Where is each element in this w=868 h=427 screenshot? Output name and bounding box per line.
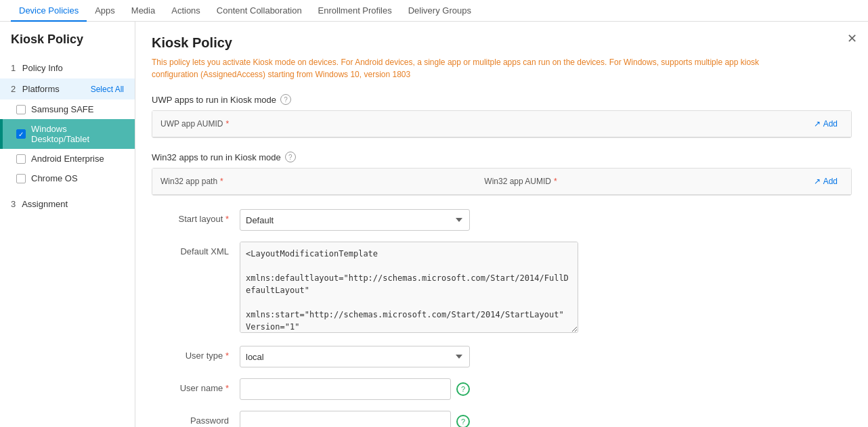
win32-col1-label: Win32 app path [160,177,217,186]
android-enterprise-checkbox[interactable] [16,154,26,164]
win32-col1-required: * [220,177,223,186]
user-name-input[interactable] [240,378,451,400]
step-2-num: 2 [11,84,16,94]
chrome-os-label: Chrome OS [31,173,78,183]
user-name-row: User name * ? [152,378,852,400]
win32-col2-label: Win32 app AUMID [484,177,551,186]
sidebar: Kiosk Policy 1 Policy Info 2 Platforms S… [0,22,135,427]
user-name-info-icon[interactable]: ? [456,382,470,396]
user-type-row: User type * local domain [152,346,852,367]
close-button[interactable]: ✕ [847,32,857,45]
password-info-icon[interactable]: ? [456,415,470,427]
sidebar-item-policy-info[interactable]: 1 Policy Info [0,58,135,78]
uwp-table: UWP app AUMID * ↗ Add [152,110,852,138]
tab-device-policies[interactable]: Device Policies [11,0,87,22]
step-1-num: 1 [11,63,16,73]
step-3-label: Assignment [22,199,68,209]
win32-add-button[interactable]: ↗ Add [808,174,843,189]
user-type-label: User type * [152,346,240,361]
password-label: Password [152,411,240,426]
platform-chrome-os[interactable]: Chrome OS [0,168,135,188]
default-xml-label: Default XML [152,242,240,256]
tab-content-collaboration[interactable]: Content Collaboration [209,0,310,22]
default-xml-control: <LayoutModificationTemplate xmlns:defaul… [240,242,592,335]
win32-table-header: Win32 app path * Win32 app AUMID * ↗ Add [152,168,851,195]
win32-add-icon: ↗ [814,177,821,186]
add-icon: ↗ [814,119,821,129]
default-xml-textarea[interactable]: <LayoutModificationTemplate xmlns:defaul… [240,242,578,333]
win32-table: Win32 app path * Win32 app AUMID * ↗ Add [152,168,852,196]
platform-windows-desktop[interactable]: Windows Desktop/Tablet [0,119,135,149]
win32-help-icon[interactable]: ? [285,152,296,162]
samsung-safe-checkbox[interactable] [16,105,26,114]
user-name-control: ? [240,378,470,400]
tab-actions[interactable]: Actions [163,0,209,22]
samsung-safe-label: Samsung SAFE [31,104,94,114]
win32-col2: Win32 app AUMID * [484,177,808,186]
select-all-link[interactable]: Select All [91,85,124,94]
start-layout-control: Default Custom [240,209,470,231]
step-3-num: 3 [11,199,16,209]
platform-samsung-safe[interactable]: Samsung SAFE [0,99,135,119]
windows-desktop-label: Windows Desktop/Tablet [31,124,124,144]
win32-col2-required: * [554,177,557,186]
password-row: Password ? [152,411,852,427]
user-type-select[interactable]: local domain [240,346,470,367]
uwp-add-button[interactable]: ↗ Add [808,116,843,131]
start-layout-label: Start layout * [152,209,240,224]
uwp-col-label: UWP app AUMID [160,119,223,129]
main-layout: Kiosk Policy 1 Policy Info 2 Platforms S… [0,22,868,427]
uwp-section-label: UWP apps to run in Kiosk mode [152,95,276,105]
page-title: Kiosk Policy [152,35,852,51]
tab-enrollment-profiles[interactable]: Enrollment Profiles [310,0,400,22]
password-field-wrap: ? [240,411,470,427]
user-type-control: local domain [240,346,470,367]
tab-delivery-groups[interactable]: Delivery Groups [400,0,479,22]
sidebar-item-platforms[interactable]: 2 Platforms Select All [0,78,135,99]
uwp-table-header: UWP app AUMID * ↗ Add [152,111,851,137]
chrome-os-checkbox[interactable] [16,174,26,183]
uwp-section-header: UWP apps to run in Kiosk mode ? [152,94,852,105]
tab-apps[interactable]: Apps [87,0,123,22]
sidebar-title: Kiosk Policy [0,32,135,58]
android-enterprise-label: Android Enterprise [31,154,104,164]
default-xml-row: Default XML <LayoutModificationTemplate … [152,242,852,335]
uwp-help-icon[interactable]: ? [280,94,291,105]
top-navigation: Device Policies Apps Media Actions Conte… [0,0,868,22]
uwp-required-star: * [225,119,229,129]
password-control: ? [240,411,470,427]
user-name-field-wrap: ? [240,378,470,400]
win32-section-header: Win32 apps to run in Kiosk mode ? [152,152,852,162]
uwp-col: UWP app AUMID * [160,119,808,129]
step-1-label: Policy Info [22,63,63,73]
start-layout-row: Start layout * Default Custom [152,209,852,231]
step-2-label: Platforms [22,84,60,94]
win32-section-label: Win32 apps to run in Kiosk mode [152,152,281,162]
password-input[interactable] [240,411,451,427]
user-name-label: User name * [152,378,240,393]
start-layout-select[interactable]: Default Custom [240,209,470,231]
windows-desktop-checkbox[interactable] [16,129,26,139]
policy-description: This policy lets you activate Kiosk mode… [152,56,761,81]
content-area: ✕ Kiosk Policy This policy lets you acti… [135,22,868,427]
win32-col1: Win32 app path * [160,177,484,186]
sidebar-item-assignment[interactable]: 3 Assignment [0,194,135,215]
tab-media[interactable]: Media [123,0,163,22]
platform-android-enterprise[interactable]: Android Enterprise [0,149,135,168]
